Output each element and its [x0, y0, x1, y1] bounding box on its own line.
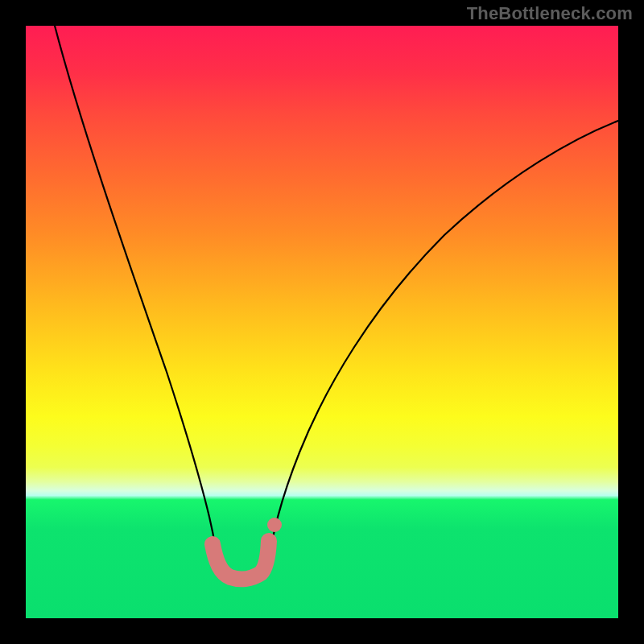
plot-area — [26, 26, 618, 618]
chart-svg — [26, 26, 618, 618]
valley-highlight — [213, 541, 269, 579]
curve-left-branch — [55, 26, 219, 573]
curve-right-branch — [267, 121, 618, 573]
chart-frame: TheBottleneck.com — [0, 0, 644, 644]
valley-highlight-dot — [267, 518, 282, 532]
watermark-label: TheBottleneck.com — [467, 3, 633, 24]
